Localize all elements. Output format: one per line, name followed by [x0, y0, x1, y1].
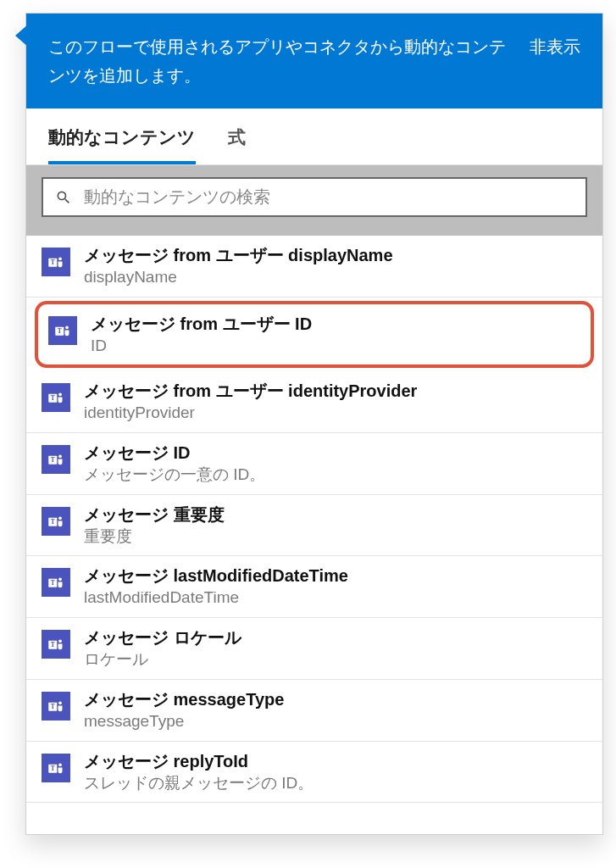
svg-text:T: T — [51, 703, 55, 710]
svg-text:T: T — [51, 259, 55, 266]
item-description: メッセージの一意の ID。 — [84, 465, 587, 486]
item-title: メッセージ ID — [84, 442, 587, 465]
item-description: 重要度 — [84, 526, 587, 548]
search-container — [26, 165, 602, 236]
svg-text:T: T — [51, 580, 55, 587]
item-text: メッセージ from ユーザー identityProvideridentity… — [84, 380, 587, 424]
item-text: メッセージ replyToIdスレッドの親メッセージの ID。 — [84, 750, 587, 794]
content-list: Tメッセージ from ユーザー displayNamedisplayNameT… — [26, 236, 602, 803]
svg-text:T: T — [58, 327, 62, 335]
item-title: メッセージ from ユーザー ID — [91, 313, 580, 336]
svg-point-23 — [58, 701, 62, 704]
search-icon — [55, 189, 72, 206]
svg-point-2 — [58, 257, 62, 260]
item-title: メッセージ replyToId — [84, 750, 587, 773]
svg-point-14 — [58, 516, 62, 520]
item-description: identityProvider — [84, 403, 587, 424]
hide-button[interactable]: 非表示 — [530, 32, 580, 90]
svg-point-17 — [58, 578, 62, 581]
svg-text:T: T — [51, 518, 55, 526]
svg-point-20 — [58, 640, 62, 643]
callout-arrow — [15, 24, 29, 47]
item-text: メッセージ ロケールロケール — [84, 626, 587, 670]
item-description: displayName — [84, 267, 587, 288]
teams-icon: T — [42, 754, 70, 782]
list-item[interactable]: Tメッセージ from ユーザー identityProvideridentit… — [26, 371, 602, 433]
header-description: このフローで使用されるアプリやコネクタから動的なコンテンツを追加します。 — [48, 32, 530, 90]
list-item[interactable]: Tメッセージ 重要度重要度 — [26, 495, 602, 557]
list-item[interactable]: Tメッセージ from ユーザー displayNamedisplayName — [26, 236, 602, 298]
svg-text:T: T — [51, 456, 55, 464]
item-title: メッセージ from ユーザー displayName — [84, 244, 587, 267]
list-item[interactable]: Tメッセージ replyToIdスレッドの親メッセージの ID。 — [26, 742, 602, 804]
item-title: メッセージ lastModifiedDateTime — [84, 565, 587, 587]
svg-point-5 — [65, 326, 69, 329]
teams-icon: T — [42, 630, 70, 659]
svg-text:T: T — [51, 641, 55, 648]
list-item[interactable]: Tメッセージ lastModifiedDateTimelastModifiedD… — [26, 556, 602, 618]
list-item[interactable]: Tメッセージ ロケールロケール — [26, 618, 602, 680]
teams-icon: T — [42, 568, 70, 597]
tab-dynamic-content[interactable]: 動的なコンテンツ — [48, 108, 196, 164]
item-description: messageType — [84, 711, 587, 732]
item-title: メッセージ from ユーザー identityProvider — [84, 380, 587, 403]
teams-icon: T — [42, 383, 70, 412]
item-title: メッセージ 重要度 — [84, 504, 587, 526]
svg-text:T: T — [51, 395, 55, 403]
item-text: メッセージ messageTypemessageType — [84, 688, 587, 732]
search-box[interactable] — [42, 177, 587, 217]
teams-icon: T — [42, 248, 70, 276]
svg-point-8 — [58, 393, 62, 397]
teams-icon: T — [42, 507, 70, 536]
dynamic-content-panel: このフローで使用されるアプリやコネクタから動的なコンテンツを追加します。 非表示… — [25, 13, 603, 835]
list-item[interactable]: Tメッセージ from ユーザー IDID — [35, 301, 594, 369]
svg-point-11 — [58, 454, 62, 458]
item-description: ロケール — [84, 649, 587, 670]
svg-text:T: T — [51, 765, 55, 772]
list-item[interactable]: Tメッセージ IDメッセージの一意の ID。 — [26, 433, 602, 495]
item-text: メッセージ IDメッセージの一意の ID。 — [84, 442, 587, 486]
item-description: ID — [91, 336, 580, 357]
item-text: メッセージ lastModifiedDateTimelastModifiedDa… — [84, 565, 587, 609]
teams-icon: T — [42, 445, 70, 474]
item-text: メッセージ 重要度重要度 — [84, 504, 587, 548]
item-description: スレッドの親メッセージの ID。 — [84, 773, 587, 794]
tab-expression[interactable]: 式 — [228, 108, 246, 164]
item-description: lastModifiedDateTime — [84, 587, 587, 609]
item-title: メッセージ ロケール — [84, 626, 587, 649]
item-title: メッセージ messageType — [84, 688, 587, 711]
teams-icon: T — [42, 692, 70, 721]
list-item[interactable]: Tメッセージ messageTypemessageType — [26, 680, 602, 742]
tab-bar: 動的なコンテンツ 式 — [26, 108, 602, 165]
item-text: メッセージ from ユーザー displayNamedisplayName — [84, 244, 587, 288]
item-text: メッセージ from ユーザー IDID — [91, 313, 580, 357]
svg-point-26 — [58, 763, 62, 766]
teams-icon: T — [48, 316, 77, 345]
search-input[interactable] — [84, 187, 574, 207]
panel-header: このフローで使用されるアプリやコネクタから動的なコンテンツを追加します。 非表示 — [26, 14, 602, 108]
